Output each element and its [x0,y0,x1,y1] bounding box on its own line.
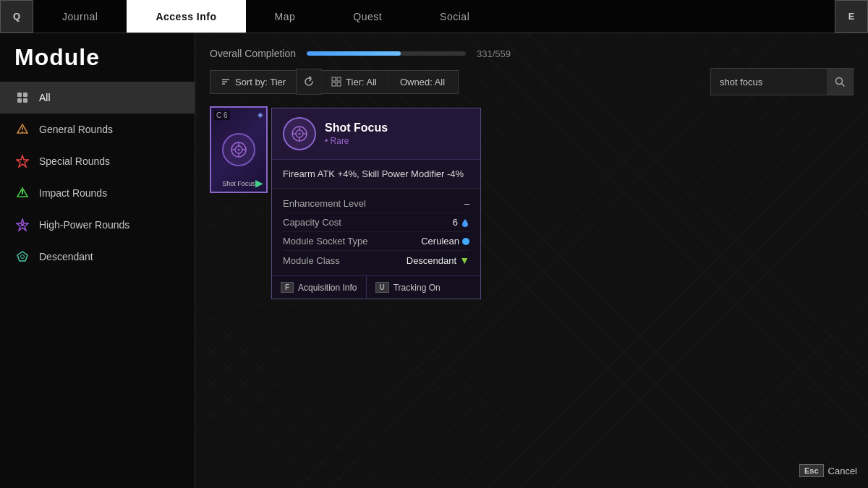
top-navigation: Q Journal Access Info Map Quest Social E [0,0,868,33]
tab-map[interactable]: Map [246,0,325,33]
detail-stat-socket: Module Socket Type Cerulean [283,232,469,251]
svg-rect-18 [337,77,341,81]
svg-point-25 [238,149,240,151]
detail-header: Shot Focus • Rare [272,108,480,160]
tracking-button[interactable]: U Tracking On [367,276,449,299]
nav-key-right[interactable]: E [835,0,868,33]
svg-line-22 [842,84,845,87]
module-card-grade: C 6 [214,111,230,120]
search-input[interactable] [711,71,827,93]
detail-stat-socket-value: Cerulean [421,236,469,247]
svg-rect-2 [17,98,22,103]
detail-stat-socket-label: Module Socket Type [283,236,368,247]
detail-footer: F Acquisition Info U Tracking On [272,275,480,299]
tier-filter-button[interactable]: Tier: All [321,70,388,94]
svg-point-13 [21,255,25,259]
detail-stat-class-label: Module Class [283,255,340,266]
content-area: Overall Completion 331/559 Sort by: Tier [195,33,868,488]
module-card-tracked-icon: ◈ [258,111,263,119]
cancel-area: Esc Cancel [799,464,857,477]
completion-count: 331/559 [477,48,511,59]
detail-stat-enhancement-label: Enhancement Level [283,198,366,209]
detail-stat-enhancement: Enhancement Level – [283,194,469,213]
detail-stat-capacity-value: 6 [453,217,469,228]
svg-point-6 [22,131,23,132]
completion-label: Overall Completion [210,48,296,59]
detail-icon-wrap [283,117,316,150]
detail-stat-class: Module Class Descendant ▼ [283,251,469,270]
detail-title-area: Shot Focus • Rare [325,121,388,146]
page-title: Module [0,44,195,82]
sidebar-item-high-power-rounds[interactable]: High-Power Rounds [0,209,195,241]
cerulean-dot-icon [462,238,469,245]
search-button[interactable] [827,69,853,95]
detail-effect: Firearm ATK +4%, Skill Power Modifier -4… [272,160,480,189]
owned-filter-button[interactable]: Owned: All [387,70,459,94]
descendant-arrow-icon: ▼ [459,254,469,266]
sidebar-item-all-label: All [39,92,51,103]
impact-rounds-icon [14,185,30,201]
filter-row: Sort by: Tier Tier: All Owned: All [210,68,854,95]
detail-crosshair-icon [289,124,310,144]
sidebar-item-descendant[interactable]: Descendant [0,241,195,273]
completion-progress-fill [307,51,401,56]
svg-rect-17 [332,77,336,81]
detail-stat-enhancement-value: – [464,198,469,209]
module-crosshair-icon [229,140,249,160]
all-icon [14,90,30,106]
search-container [710,68,854,95]
sidebar-item-all[interactable]: All [0,82,195,114]
svg-point-11 [21,223,24,226]
acquisition-info-button[interactable]: F Acquisition Info [272,276,367,299]
tab-quest[interactable]: Quest [324,0,411,33]
detail-module-name: Shot Focus [325,121,388,134]
completion-progress-bar [307,51,466,56]
search-icon [834,76,846,87]
module-icon-area [221,132,257,168]
sidebar-item-impact-rounds-label: Impact Rounds [39,187,107,199]
sidebar-item-descendant-label: Descendant [39,251,93,262]
tab-journal[interactable]: Journal [33,0,127,33]
tracking-key: U [375,282,389,293]
svg-rect-0 [17,93,22,97]
svg-marker-7 [17,155,28,167]
svg-rect-1 [23,93,27,97]
detail-stat-capacity: Capacity Cost 6 [283,213,469,232]
reset-icon [303,76,315,87]
tab-access-info[interactable]: Access Info [127,0,245,33]
filter-reset-button[interactable] [296,69,322,95]
acquisition-label: Acquisition Info [298,283,357,293]
completion-row: Overall Completion 331/559 [210,48,854,59]
sort-filter-label: Sort by: Tier [235,77,286,87]
high-power-rounds-icon [14,217,30,233]
nav-key-left[interactable]: Q [0,0,33,33]
svg-marker-12 [17,252,27,261]
detail-panel: Shot Focus • Rare Firearm ATK +4%, Skill… [271,108,481,299]
sort-icon [221,77,231,87]
detail-stats: Enhancement Level – Capacity Cost 6 Modu… [272,189,480,275]
main-container: Module All Gener [0,33,868,488]
acquisition-key: F [281,282,294,293]
module-icon-circle [222,133,255,166]
tab-social[interactable]: Social [411,0,498,33]
tier-filter-label: Tier: All [346,77,377,87]
svg-point-32 [299,133,301,135]
sort-filter-button[interactable]: Sort by: Tier [210,70,296,94]
sidebar-item-general-rounds[interactable]: General Rounds [0,114,195,145]
cancel-label: Cancel [828,466,857,476]
svg-rect-19 [332,82,336,86]
detail-stat-class-value: Descendant ▼ [407,254,469,266]
svg-rect-20 [337,82,341,86]
sidebar-item-impact-rounds[interactable]: Impact Rounds [0,177,195,209]
svg-rect-3 [23,98,27,103]
capacity-drop-icon [461,218,469,227]
special-rounds-icon [14,153,30,169]
sidebar-item-general-rounds-label: General Rounds [39,124,113,135]
tracking-label: Tracking On [393,283,441,293]
module-card-shot-focus[interactable]: C 6 ◈ Shot Fo [210,106,268,193]
general-rounds-icon [14,121,30,137]
sidebar-item-special-rounds[interactable]: Special Rounds [0,145,195,177]
module-card-arrow-icon: ▶ [255,177,263,189]
tier-icon [331,77,341,87]
detail-stat-capacity-label: Capacity Cost [283,217,341,228]
